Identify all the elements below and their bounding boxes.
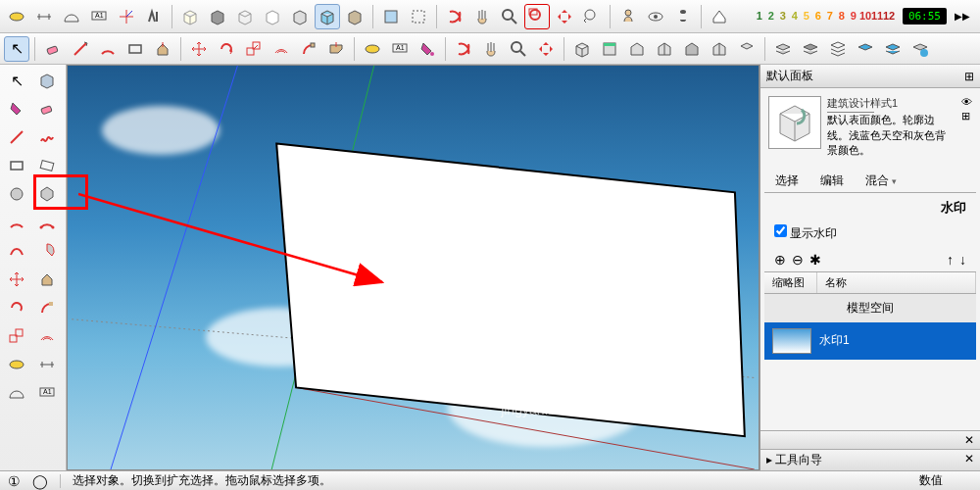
col-name[interactable]: 名称 xyxy=(817,272,976,293)
settings-watermark-icon[interactable]: ✱ xyxy=(809,252,821,268)
tool-2ptarc[interactable] xyxy=(32,209,62,236)
list-row-model-space[interactable]: 模型空间 xyxy=(764,294,976,322)
view-back[interactable] xyxy=(679,36,705,62)
tool-move-tb[interactable] xyxy=(186,36,212,62)
panel-pin-icon[interactable]: ⊞ xyxy=(964,70,974,83)
tool-rotate-lt[interactable] xyxy=(2,294,31,321)
tool-section[interactable] xyxy=(707,4,732,29)
tool-offset-lt[interactable] xyxy=(32,322,62,350)
layer-4[interactable] xyxy=(853,36,878,62)
remove-watermark-icon[interactable]: ⊖ xyxy=(792,252,804,268)
tool-eraser-sm[interactable] xyxy=(40,36,66,62)
tool-pushpull-lt[interactable] xyxy=(32,266,62,293)
tool-scale-lt[interactable] xyxy=(2,322,31,350)
tab-edit[interactable]: 编辑 xyxy=(809,169,855,192)
tool-xray[interactable] xyxy=(378,4,404,29)
tool-component[interactable] xyxy=(32,67,62,94)
tab-select[interactable]: 选择 xyxy=(764,169,809,192)
tool-box-4[interactable] xyxy=(260,4,285,29)
tab-blend[interactable]: 混合 xyxy=(855,169,907,192)
tool-select-lt[interactable] xyxy=(2,67,31,94)
view-top[interactable] xyxy=(597,36,622,62)
view-front[interactable] xyxy=(624,36,650,62)
tool-dim-lt[interactable] xyxy=(32,351,62,378)
tool-box-7[interactable] xyxy=(342,4,368,29)
tool-box-shaded[interactable] xyxy=(315,4,340,29)
layer-6[interactable] xyxy=(907,36,933,62)
tool-offset-tb[interactable] xyxy=(269,36,294,62)
tool-followme-tb[interactable] xyxy=(296,36,321,62)
view-bottom[interactable] xyxy=(734,36,760,62)
tool-circle-lt[interactable] xyxy=(2,180,31,208)
tool-line-lt[interactable] xyxy=(2,123,31,151)
tool-rotate-tb[interactable] xyxy=(214,36,239,62)
style-new-icon[interactable]: ⊞ xyxy=(961,110,972,122)
tool-scale-tb[interactable] xyxy=(241,36,267,62)
tool-line[interactable] xyxy=(68,36,93,62)
add-watermark-icon[interactable]: ⊕ xyxy=(774,252,786,268)
style-browse-icon[interactable]: 👁 xyxy=(961,96,972,108)
tool-walk[interactable] xyxy=(670,4,696,29)
tool-box-2[interactable] xyxy=(205,4,230,29)
user-icon[interactable]: ◯ xyxy=(32,473,48,489)
tool-zoomext-tb[interactable] xyxy=(533,36,559,62)
tool-box-1[interactable] xyxy=(177,4,203,29)
tool-protractor-lt[interactable] xyxy=(2,379,31,407)
close-icon[interactable]: ✕ xyxy=(964,433,974,447)
help-icon[interactable]: ① xyxy=(8,473,21,489)
tool-zoom-tb[interactable] xyxy=(506,36,531,62)
tool-box-5[interactable] xyxy=(287,4,313,29)
close-icon[interactable]: ✕ xyxy=(964,452,974,468)
tool-tape[interactable] xyxy=(4,4,29,29)
tool-position-camera[interactable] xyxy=(615,4,641,29)
show-watermark-checkbox[interactable]: 显示水印 xyxy=(774,226,837,240)
tool-text[interactable]: A1 xyxy=(86,4,112,29)
layer-2[interactable] xyxy=(798,36,823,62)
view-left[interactable] xyxy=(707,36,732,62)
list-row-watermark1[interactable]: 水印1 xyxy=(764,322,976,360)
tool-box-3[interactable] xyxy=(232,4,258,29)
scene-numbers[interactable]: 123456789101112 xyxy=(754,10,895,22)
tool-pan-tb[interactable] xyxy=(478,36,504,62)
tool-look-around[interactable] xyxy=(643,4,668,29)
tool-zoom-main[interactable] xyxy=(497,4,522,29)
tool-zoom-window[interactable] xyxy=(524,4,550,29)
tool-previous[interactable] xyxy=(579,4,605,29)
tool-pie[interactable] xyxy=(32,237,62,265)
view-right[interactable] xyxy=(652,36,677,62)
step-icon[interactable]: ▶▶ xyxy=(955,11,970,22)
tool-paint-lt[interactable] xyxy=(2,95,31,122)
tool-protractor[interactable] xyxy=(59,4,84,29)
tool-orbit-tb[interactable] xyxy=(451,36,476,62)
style-thumbnail[interactable] xyxy=(768,96,821,149)
tool-zoom-extents[interactable] xyxy=(552,4,577,29)
tool-text-tb[interactable]: A1 xyxy=(387,36,413,62)
tool-follow-lt[interactable] xyxy=(32,294,62,321)
tool-eraser-lt[interactable] xyxy=(32,95,62,122)
tool-tape-tb[interactable] xyxy=(360,36,385,62)
view-iso[interactable] xyxy=(569,36,595,62)
layer-3[interactable] xyxy=(825,36,851,62)
panel-collapse-toolguide[interactable]: ▸ 工具向导 ✕ xyxy=(760,449,980,470)
tool-arc-tb[interactable] xyxy=(95,36,121,62)
tool-followme2[interactable] xyxy=(323,36,349,62)
tool-3ptarc[interactable] xyxy=(2,237,31,265)
tool-rect-lt[interactable] xyxy=(2,152,31,179)
tool-tape-lt[interactable] xyxy=(2,351,31,378)
tool-axes[interactable] xyxy=(114,4,139,29)
tool-orbit-main[interactable] xyxy=(442,4,467,29)
tool-select[interactable] xyxy=(4,36,29,62)
tool-text-lt[interactable]: A1 xyxy=(32,379,62,407)
layer-5[interactable] xyxy=(880,36,906,62)
tool-pushpull-tb[interactable] xyxy=(150,36,175,62)
tool-pan-main[interactable] xyxy=(469,4,495,29)
layer-1[interactable] xyxy=(770,36,796,62)
move-down-icon[interactable]: ↓ xyxy=(959,252,966,268)
tool-arc-lt[interactable] xyxy=(2,209,31,236)
tool-move-lt[interactable] xyxy=(2,266,31,293)
tool-paint-tb[interactable] xyxy=(415,36,440,62)
col-thumbnail[interactable]: 缩略图 xyxy=(764,272,817,293)
tool-freehand[interactable] xyxy=(32,123,62,151)
panel-collapse-1[interactable]: x✕ xyxy=(760,430,980,449)
tool-backedges[interactable] xyxy=(406,4,431,29)
